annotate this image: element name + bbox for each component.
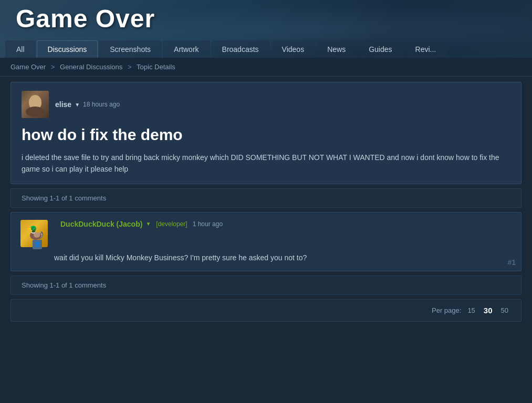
main-content: elise ▼ 18 hours ago how do i fix the de… (0, 77, 532, 327)
nav-tab-discussions[interactable]: Discussions (37, 40, 98, 58)
comment-time: 1 hour ago (193, 220, 223, 228)
comments-summary-top: Showing 1-1 of 1 comments (11, 188, 521, 208)
post-header: elise ▼ 18 hours ago (22, 91, 510, 118)
breadcrumb: Game Over > General Discussions > Topic … (0, 58, 532, 77)
comment-header: 👤 DuckDuckDuck (Jacob) ▼ [developer] 1 h… (20, 220, 512, 247)
pagination-bar: Per page: 15 30 50 (11, 299, 521, 322)
per-page-15[interactable]: 15 (465, 305, 477, 315)
per-page-label: Per page: (432, 306, 461, 314)
comment-author-username[interactable]: DuckDuckDuck (Jacob) (60, 220, 142, 228)
nav-tab-broadcasts[interactable]: Broadcasts (211, 40, 270, 58)
nav-tab-artwork[interactable]: Artwork (163, 40, 210, 58)
game-banner: Game Over AllDiscussionsScreenshotsArtwo… (0, 0, 532, 58)
topic-post: elise ▼ 18 hours ago how do i fix the de… (11, 82, 521, 184)
comment-post: 👤 DuckDuckDuck (Jacob) ▼ [developer] 1 h… (11, 212, 521, 271)
comment-meta: DuckDuckDuck (Jacob) ▼ [developer] 1 hou… (60, 220, 223, 228)
post-meta-row: elise ▼ 18 hours ago (55, 100, 120, 109)
breadcrumb-game-over[interactable]: Game Over (11, 63, 46, 71)
nav-tab-all[interactable]: All (5, 40, 36, 58)
breadcrumb-sep-1: > (51, 63, 57, 71)
per-page-30[interactable]: 30 (482, 305, 495, 316)
nav-tab-reviews[interactable]: Revi... (404, 40, 447, 58)
developer-tag: [developer] (154, 220, 189, 228)
dev-badge-icon: 👤 (33, 240, 42, 249)
nav-tab-guides[interactable]: Guides (358, 40, 403, 58)
comments-summary-bottom-text: Showing 1-1 of 1 comments (22, 281, 106, 289)
comment-username-dropdown-icon[interactable]: ▼ (145, 221, 151, 227)
comments-summary-bottom: Showing 1-1 of 1 comments (11, 275, 521, 295)
per-page-50[interactable]: 50 (499, 305, 510, 315)
nav-tab-screenshots[interactable]: Screenshots (99, 40, 162, 58)
nav-tab-news[interactable]: News (316, 40, 357, 58)
post-author-username[interactable]: elise (55, 100, 71, 109)
post-body: i deleted the save file to try and bring… (22, 152, 510, 175)
breadcrumb-topic-details: Topic Details (137, 63, 175, 71)
post-meta: elise ▼ 18 hours ago (55, 100, 120, 109)
comment-body: wait did you kill Micky Monkey Business?… (54, 252, 512, 263)
post-time: 18 hours ago (83, 101, 120, 108)
comment-number: #1 (507, 258, 516, 267)
comment-avatar-wrap: 👤 (20, 220, 54, 247)
nav-tabs-container: AllDiscussionsScreenshotsArtworkBroadcas… (0, 40, 532, 58)
breadcrumb-general-discussions[interactable]: General Discussions (60, 63, 122, 71)
author-avatar (22, 91, 49, 118)
nav-tab-videos[interactable]: Videos (271, 40, 316, 58)
game-title: Game Over (16, 4, 155, 33)
post-title: how do i fix the demo (22, 125, 510, 144)
elise-avatar-img (22, 91, 49, 118)
comments-summary-top-text: Showing 1-1 of 1 comments (22, 194, 106, 202)
username-dropdown-icon[interactable]: ▼ (75, 102, 80, 108)
breadcrumb-sep-2: > (128, 63, 133, 71)
